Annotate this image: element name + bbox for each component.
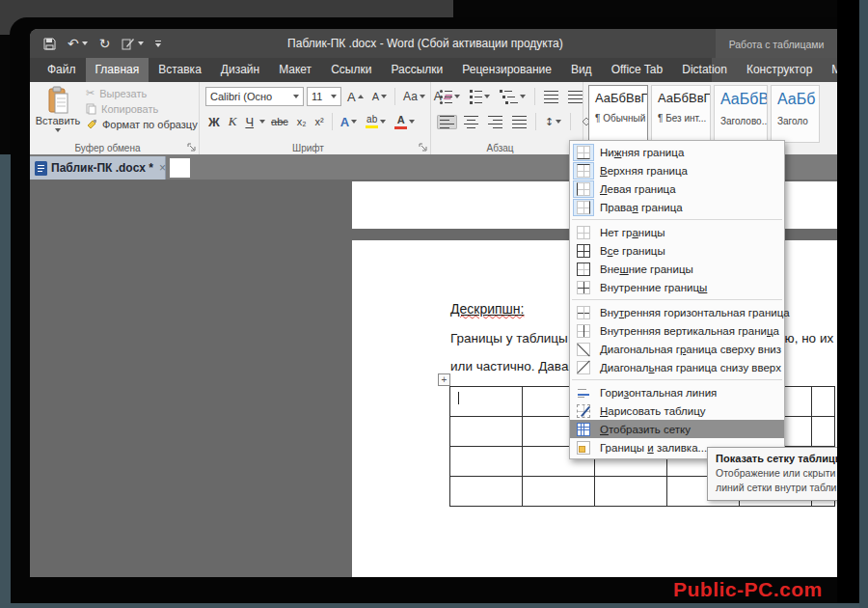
increase-indent-button[interactable]: [565, 90, 585, 104]
border-option-icon: [573, 279, 594, 296]
ribbon-tab-bar: ФайлГлавнаяВставкаДизайнМакетСсылкиРассы…: [30, 58, 837, 82]
border-option-icon: [573, 402, 594, 420]
ribbon-tab[interactable]: Рассылки: [381, 58, 452, 82]
new-tab-button[interactable]: [170, 158, 190, 178]
ribbon-tab[interactable]: Макет: [269, 58, 321, 82]
ink-tools-icon[interactable]: [122, 38, 144, 50]
style-card[interactable]: АаБбВв Заголово...: [714, 85, 768, 143]
menu-item[interactable]: Отобразить сетку: [570, 420, 784, 438]
text-effects-button[interactable]: А: [338, 114, 360, 130]
menu-item[interactable]: Внутренняя горизонтальная граница: [570, 303, 784, 321]
bullets-button[interactable]: [437, 89, 463, 105]
tooltip-text: Отображение или скрыти: [716, 467, 843, 479]
justify-button[interactable]: [509, 115, 529, 129]
strikethrough-button[interactable]: abc: [268, 115, 291, 128]
ribbon-tab[interactable]: Дизайн: [211, 58, 269, 82]
bullets-icon: [440, 90, 452, 104]
menu-item[interactable]: Нарисовать таблицу: [570, 401, 784, 420]
menu-item[interactable]: Внешние границы: [570, 260, 784, 278]
decrease-indent-button[interactable]: [541, 90, 561, 104]
menu-item[interactable]: Левая граница: [570, 180, 784, 198]
border-option-icon: [573, 144, 594, 161]
line-spacing-button[interactable]: ↕: [542, 115, 564, 129]
document-tab-label: Паблик-ПК .docx *: [51, 161, 153, 175]
menu-item[interactable]: Диагональная граница сверху вниз: [570, 340, 784, 358]
screenshot-stage: ↶ ↻ Паблик-ПК .docx - Word (Сбой активац…: [0, 0, 868, 608]
ribbon-tab[interactable]: Конструктор: [737, 58, 822, 82]
redo-icon[interactable]: ↻: [99, 36, 111, 51]
style-label: ¶ Обычный: [595, 113, 643, 124]
ribbon-tab[interactable]: Макет: [822, 58, 837, 82]
chevron-down-icon: [556, 120, 561, 124]
ribbon-tab[interactable]: Dictation: [672, 58, 737, 82]
underline-button[interactable]: Ч: [242, 114, 257, 130]
clipboard-icon: [45, 86, 70, 115]
shrink-font-button[interactable]: А: [369, 90, 390, 103]
menu-item[interactable]: Верхняя граница: [570, 161, 784, 180]
grow-font-button[interactable]: А: [344, 89, 366, 105]
ribbon-tab[interactable]: Вид: [561, 58, 602, 82]
superscript-button[interactable]: х²: [312, 115, 327, 128]
copy-button[interactable]: Копировать: [84, 103, 200, 115]
undo-icon[interactable]: ↶: [68, 36, 88, 51]
indent-icon: [568, 91, 583, 103]
style-label: Заголово...: [720, 116, 763, 126]
ribbon-tab[interactable]: Office Tab: [602, 58, 673, 82]
document-tab[interactable]: Паблик-ПК .docx * ×: [30, 156, 166, 180]
style-preview: АаБбВвГг,: [595, 91, 643, 105]
chevron-down-icon[interactable]: [259, 120, 265, 124]
highlight-color-button[interactable]: ab: [363, 114, 389, 129]
watermark: Public-PC.com: [673, 578, 861, 601]
multilevel-list-button[interactable]: [497, 89, 529, 105]
numbering-button[interactable]: [467, 89, 493, 105]
table-move-handle[interactable]: +: [438, 373, 450, 386]
align-center-icon: [464, 116, 478, 128]
font-name-combo[interactable]: Calibri (Осно: [205, 87, 304, 106]
menu-separator: [572, 219, 782, 220]
align-center-button[interactable]: [461, 115, 481, 129]
menu-item[interactable]: Диагональная граница снизу вверх: [570, 358, 784, 376]
change-case-button[interactable]: Аа: [400, 89, 428, 104]
style-card[interactable]: АаБбВвГг, ¶ Обычный: [588, 85, 648, 143]
ribbon-tab[interactable]: Ссылки: [321, 58, 381, 82]
subscript-button[interactable]: х₂: [294, 115, 310, 128]
ribbon-tab[interactable]: Вставка: [149, 58, 211, 82]
save-icon[interactable]: [43, 38, 56, 50]
menu-item[interactable]: Правая граница: [570, 198, 784, 216]
menu-item[interactable]: Горизонтальная линия: [570, 383, 784, 401]
align-left-icon: [440, 116, 454, 128]
align-left-button[interactable]: [437, 115, 457, 129]
format-painter-button[interactable]: Формат по образцу: [84, 119, 200, 130]
align-right-button[interactable]: [485, 115, 505, 129]
cut-button[interactable]: ✂ Вырезать: [84, 87, 200, 99]
numbering-icon: [470, 90, 482, 104]
border-option-icon: [573, 224, 594, 241]
italic-button[interactable]: К: [226, 113, 240, 130]
paste-button[interactable]: Вставить: [36, 86, 80, 144]
border-option-icon: [573, 199, 594, 216]
group-label-paragraph: Абзац: [431, 143, 569, 153]
menu-item[interactable]: Нет границы: [570, 223, 784, 241]
bold-button[interactable]: Ж: [205, 114, 223, 130]
chevron-down-icon: [293, 95, 299, 98]
menu-item[interactable]: Внутренние границы: [570, 278, 784, 296]
copy-icon: [86, 103, 96, 115]
font-size-combo[interactable]: 11: [307, 87, 341, 106]
menu-item[interactable]: Нижняя граница: [570, 143, 784, 161]
font-color-button[interactable]: А: [392, 114, 418, 130]
ribbon-tab[interactable]: Рецензирование: [452, 58, 561, 82]
border-option-icon: [573, 261, 594, 278]
menu-item[interactable]: Внутренняя вертикальная граница: [570, 321, 784, 340]
chevron-down-icon: [55, 128, 61, 132]
ribbon-tab[interactable]: Файл: [38, 58, 86, 82]
justify-icon: [512, 116, 527, 128]
menu-item[interactable]: Все границы: [570, 241, 784, 260]
dialog-launcher-icon[interactable]: [419, 143, 427, 152]
close-tab-icon[interactable]: ×: [159, 161, 166, 175]
ribbon-tab[interactable]: Главная: [86, 58, 149, 82]
dialog-launcher-icon[interactable]: [187, 143, 196, 152]
customize-qat-icon[interactable]: [155, 41, 161, 47]
border-option-icon: [573, 421, 594, 438]
style-card[interactable]: АаБб Заголо: [771, 85, 820, 143]
style-card[interactable]: АаБбВвГг, ¶ Без инт...: [651, 85, 711, 143]
